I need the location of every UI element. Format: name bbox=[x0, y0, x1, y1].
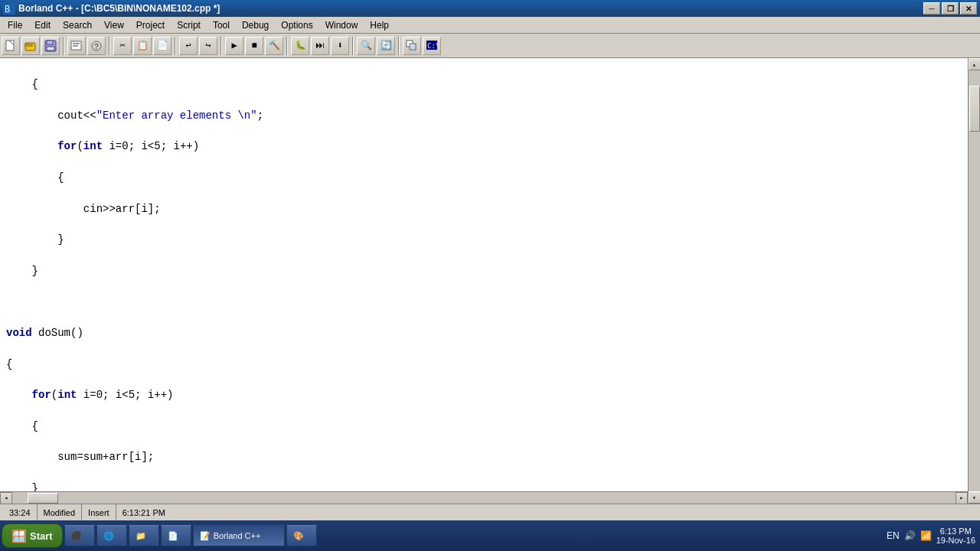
taskbar-file[interactable]: 📄 bbox=[161, 525, 191, 546]
title-bar-controls[interactable]: ─ ❐ ✕ bbox=[923, 2, 977, 15]
code-line: { bbox=[6, 357, 962, 372]
taskbar-cmd[interactable]: ⬛ bbox=[64, 525, 95, 546]
insert-mode: Insert bbox=[82, 504, 116, 520]
language-indicator: EN bbox=[887, 530, 900, 541]
menu-script[interactable]: Script bbox=[171, 17, 207, 33]
scroll-left-button[interactable]: ◂ bbox=[0, 492, 12, 504]
window-title: Borland C++ - [C:\BC5\BIN\NONAME102.cpp … bbox=[18, 3, 220, 14]
scroll-down-button[interactable]: ▾ bbox=[969, 491, 981, 504]
code-line: cout<<"Enter array elements \n"; bbox=[6, 108, 962, 123]
menu-search[interactable]: Search bbox=[57, 17, 98, 33]
menu-debug[interactable]: Debug bbox=[236, 17, 275, 33]
scroll-right-button[interactable]: ▸ bbox=[956, 492, 968, 504]
paint-icon: 🎨 bbox=[293, 531, 304, 541]
menu-options[interactable]: Options bbox=[275, 17, 318, 33]
code-line: } bbox=[6, 263, 962, 279]
vertical-scroll-track[interactable] bbox=[969, 70, 981, 491]
toolbar-undo[interactable]: ↩ bbox=[179, 37, 198, 55]
menu-window[interactable]: Window bbox=[319, 17, 364, 33]
main-area: { cout<<"Enter array elements \n"; for(i… bbox=[0, 58, 980, 504]
code-line: for(int i=0; i<5; i++) bbox=[6, 387, 962, 403]
toolbar-btn-2b[interactable]: ? bbox=[87, 37, 106, 55]
horizontal-scrollbar[interactable]: ◂ ▸ bbox=[0, 491, 968, 504]
menu-project[interactable]: Project bbox=[130, 17, 171, 33]
toolbar-build[interactable]: 🔨 bbox=[265, 37, 283, 55]
toolbar-cut[interactable]: ✂ bbox=[113, 37, 132, 55]
start-label: Start bbox=[30, 530, 53, 542]
network-icon: 📶 bbox=[920, 530, 932, 541]
menu-view[interactable]: View bbox=[98, 17, 130, 33]
clock-date: 19-Nov-16 bbox=[936, 536, 975, 545]
editor-area[interactable]: { cout<<"Enter array elements \n"; for(i… bbox=[0, 58, 968, 504]
toolbar-step-over[interactable]: ⏭ bbox=[311, 37, 329, 55]
toolbar-replace[interactable]: 🔄 bbox=[377, 37, 395, 55]
svg-rect-15 bbox=[410, 44, 416, 50]
status-bar: 33:24 Modified Insert 6:13:21 PM bbox=[0, 504, 980, 520]
code-line: void doSum() bbox=[6, 325, 962, 341]
toolbar-redo[interactable]: ↪ bbox=[199, 37, 217, 55]
scroll-up-button[interactable]: ▴ bbox=[969, 58, 981, 70]
menu-tool[interactable]: Tool bbox=[207, 17, 236, 33]
separator-4 bbox=[220, 37, 222, 55]
svg-rect-5 bbox=[25, 44, 32, 46]
separator-2 bbox=[109, 37, 110, 55]
code-line: { bbox=[6, 77, 962, 92]
taskbar: 🪟 Start ⬛ 🌐 📁 📄 📝 Borland C++ 🎨 EN 🔊 📶 6… bbox=[0, 520, 980, 551]
menu-file[interactable]: File bbox=[2, 17, 28, 33]
close-button[interactable]: ✕ bbox=[960, 2, 977, 15]
windows-logo: 🪟 bbox=[11, 529, 27, 543]
toolbar-step-into[interactable]: ⬇ bbox=[331, 37, 349, 55]
code-line: { bbox=[6, 170, 962, 185]
minimize-button[interactable]: ─ bbox=[923, 2, 940, 15]
svg-rect-2 bbox=[6, 41, 14, 51]
toolbar-debug[interactable]: 🐛 bbox=[291, 37, 309, 55]
file-icon: 📄 bbox=[168, 531, 178, 541]
code-line: for(int i=0; i<5; i++) bbox=[6, 139, 962, 154]
horizontal-scroll-thumb[interactable] bbox=[28, 493, 58, 504]
menu-help[interactable]: Help bbox=[364, 17, 395, 33]
cursor-position: 33:24 bbox=[3, 504, 38, 520]
code-content[interactable]: { cout<<"Enter array elements \n"; for(i… bbox=[0, 58, 968, 491]
volume-icon: 🔊 bbox=[904, 530, 916, 541]
code-line: { bbox=[6, 419, 962, 434]
toolbar-terminal[interactable]: C:\ bbox=[423, 37, 441, 55]
explorer-icon: 📁 bbox=[136, 531, 146, 541]
separator-7 bbox=[398, 37, 400, 55]
svg-rect-7 bbox=[47, 41, 53, 44]
vertical-scroll-thumb[interactable] bbox=[969, 86, 980, 132]
toolbar-stop[interactable]: ■ bbox=[245, 37, 263, 55]
toolbar-window[interactable] bbox=[403, 37, 421, 55]
code-line: } bbox=[6, 481, 962, 491]
taskbar-paint[interactable]: 🎨 bbox=[286, 525, 317, 546]
separator-5 bbox=[286, 37, 288, 55]
restore-button[interactable]: ❐ bbox=[942, 2, 959, 15]
toolbar-btn-2a[interactable] bbox=[67, 37, 86, 55]
start-button[interactable]: 🪟 Start bbox=[2, 523, 63, 548]
code-line: } bbox=[6, 232, 962, 247]
toolbar-search[interactable]: 🔍 bbox=[357, 37, 375, 55]
toolbar-run[interactable]: ▶ bbox=[225, 37, 243, 55]
toolbar-new[interactable] bbox=[2, 37, 20, 55]
svg-text:?: ? bbox=[94, 43, 99, 51]
clock-time: 6:13 PM bbox=[936, 527, 975, 536]
svg-text:C:\: C:\ bbox=[427, 42, 438, 50]
separator-6 bbox=[352, 37, 354, 55]
time-status: 6:13:21 PM bbox=[116, 504, 172, 520]
title-bar-left: B Borland C++ - [C:\BC5\BIN\NONAME102.cp… bbox=[3, 2, 220, 15]
code-line: cin>>arr[i]; bbox=[6, 201, 962, 217]
taskbar-borland[interactable]: 📝 Borland C++ bbox=[193, 525, 285, 546]
toolbar-paste[interactable]: 📄 bbox=[153, 37, 172, 55]
taskbar-explorer[interactable]: 📁 bbox=[129, 525, 159, 546]
vertical-scrollbar[interactable]: ▴ ▾ bbox=[968, 58, 980, 504]
taskbar-chrome[interactable]: 🌐 bbox=[96, 525, 127, 546]
taskbar-borland-label: Borland C++ bbox=[214, 531, 261, 540]
separator-3 bbox=[175, 37, 176, 55]
toolbar-copy[interactable]: 📋 bbox=[133, 37, 152, 55]
menu-edit[interactable]: Edit bbox=[28, 17, 57, 33]
toolbar-save[interactable] bbox=[41, 37, 60, 55]
cmd-icon: ⬛ bbox=[71, 531, 82, 541]
taskbar-right: EN 🔊 📶 6:13 PM 19-Nov-16 bbox=[887, 527, 978, 545]
toolbar-open[interactable] bbox=[21, 37, 40, 55]
horizontal-scroll-track[interactable] bbox=[12, 492, 956, 504]
borland-icon: 📝 bbox=[200, 531, 211, 541]
